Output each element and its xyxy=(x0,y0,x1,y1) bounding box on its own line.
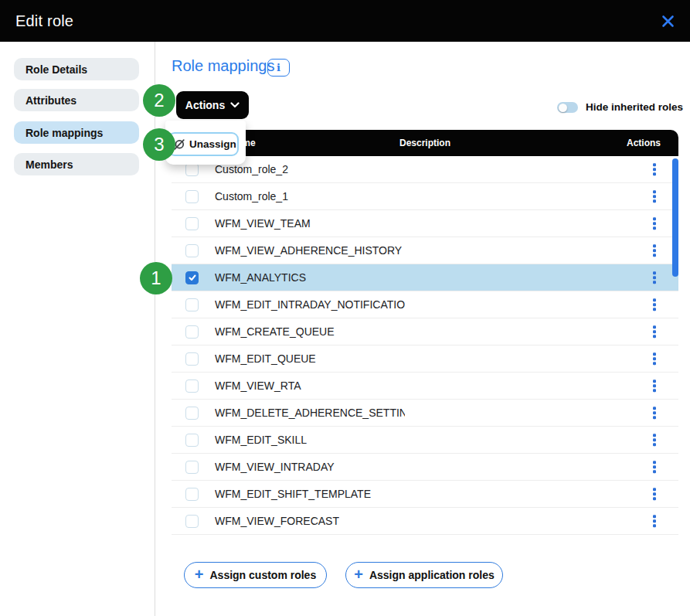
info-icon[interactable]: i xyxy=(267,59,290,77)
row-name-label: WFM_EDIT_INTRADAY_NOTIFICATION xyxy=(215,298,405,311)
row-actions-kebab-icon[interactable] xyxy=(651,485,658,502)
row-actions-kebab-icon[interactable] xyxy=(651,188,658,205)
row-checkbox[interactable] xyxy=(185,434,199,447)
table-row[interactable]: WFM_VIEW_RTA xyxy=(172,373,678,400)
row-name-label: Custom_role_1 xyxy=(215,190,288,202)
actions-button[interactable]: Actions xyxy=(176,91,249,119)
row-name-label: WFM_VIEW_INTRADAY xyxy=(215,461,335,473)
column-header-actions: Actions xyxy=(627,138,661,148)
sidebar-item-label: Role Details xyxy=(25,63,87,76)
table-row[interactable]: WFM_EDIT_INTRADAY_NOTIFICATION xyxy=(172,291,678,318)
row-checkbox[interactable] xyxy=(185,163,199,176)
annotation-step-3-badge: 3 xyxy=(143,128,175,161)
row-name-label: WFM_CREATE_QUEUE xyxy=(215,325,335,338)
table-row[interactable]: WFM_VIEW_ADHERENCE_HISTORY xyxy=(172,237,678,264)
chevron-down-icon xyxy=(230,102,240,108)
sidebar-item-role-details[interactable]: Role Details xyxy=(14,58,139,80)
row-checkbox[interactable] xyxy=(185,190,199,203)
table-row[interactable]: WFM_EDIT_SHIFT_TEMPLATE xyxy=(172,481,678,508)
row-checkbox[interactable] xyxy=(185,352,199,366)
row-actions-kebab-icon[interactable] xyxy=(651,296,658,313)
page-title: Role mappings xyxy=(172,57,274,75)
sidebar-item-role-mappings[interactable]: Role mappings xyxy=(14,121,139,144)
row-checkbox[interactable] xyxy=(185,298,199,311)
row-name-label: WFM_VIEW_TEAM xyxy=(215,217,311,230)
row-checkbox[interactable] xyxy=(185,407,199,420)
table-body: Custom_role_2Custom_role_1WFM_VIEW_TEAMW… xyxy=(172,156,678,535)
table-row[interactable]: WFM_EDIT_SKILL xyxy=(172,427,678,454)
table-row[interactable]: WFM_ANALYTICS xyxy=(172,264,678,291)
row-name-label: WFM_VIEW_ADHERENCE_HISTORY xyxy=(215,244,402,257)
row-actions-kebab-icon[interactable] xyxy=(651,242,658,259)
row-checkbox[interactable] xyxy=(185,271,199,284)
row-checkbox[interactable] xyxy=(185,461,199,474)
row-actions-kebab-icon[interactable] xyxy=(651,512,658,529)
assign-custom-roles-label: Assign custom roles xyxy=(209,569,316,581)
row-checkbox[interactable] xyxy=(185,325,199,339)
actions-button-label: Actions xyxy=(185,99,225,111)
row-actions-kebab-icon[interactable] xyxy=(651,377,658,394)
row-checkbox[interactable] xyxy=(185,488,199,501)
table-row[interactable]: WFM_VIEW_FORECAST xyxy=(172,508,678,535)
row-checkbox[interactable] xyxy=(185,379,199,393)
row-name-label: WFM_EDIT_QUEUE xyxy=(215,352,316,365)
toggle-knob xyxy=(559,104,567,112)
assign-application-roles-label: Assign application roles xyxy=(369,569,495,581)
table-row[interactable]: WFM_CREATE_QUEUE xyxy=(172,318,678,345)
dialog-header: Edit role xyxy=(0,0,690,42)
table-row[interactable]: WFM_VIEW_INTRADAY xyxy=(172,454,678,481)
unassign-label: Unassign xyxy=(189,138,236,150)
row-checkbox[interactable] xyxy=(185,217,199,230)
row-actions-kebab-icon[interactable] xyxy=(651,458,658,475)
row-actions-kebab-icon[interactable] xyxy=(651,161,658,178)
table-row[interactable]: Custom_role_2 xyxy=(172,156,678,183)
dialog-title: Edit role xyxy=(15,12,73,30)
plus-icon: + xyxy=(195,567,204,582)
row-actions-kebab-icon[interactable] xyxy=(651,269,658,286)
row-name-label: WFM_EDIT_SKILL xyxy=(215,434,307,446)
row-checkbox[interactable] xyxy=(185,515,199,528)
hide-inherited-label: Hide inherited roles xyxy=(586,101,683,113)
edit-role-dialog: Edit role Role Details Attributes Role m… xyxy=(0,0,690,616)
table-row[interactable]: WFM_VIEW_TEAM xyxy=(172,210,678,237)
row-checkbox[interactable] xyxy=(185,244,199,257)
column-header-description: Description xyxy=(172,138,678,148)
actions-dropdown-menu: Unassign xyxy=(165,121,246,165)
vertical-scrollbar-thumb[interactable] xyxy=(672,158,678,277)
assign-custom-roles-button[interactable]: + Assign custom roles xyxy=(184,562,327,588)
table-row[interactable]: Custom_role_1 xyxy=(172,183,678,210)
sidebar-item-label: Attributes xyxy=(25,94,76,107)
row-actions-kebab-icon[interactable] xyxy=(651,323,658,340)
row-name-label: Custom_role_2 xyxy=(215,163,288,175)
sidebar-item-label: Members xyxy=(25,158,73,171)
row-actions-kebab-icon[interactable] xyxy=(651,404,658,421)
row-actions-kebab-icon[interactable] xyxy=(651,350,658,367)
sidebar-item-members[interactable]: Members xyxy=(14,153,139,175)
annotation-step-1-badge: 1 xyxy=(140,262,172,294)
table-header: Name Description Actions xyxy=(172,130,678,156)
table-row[interactable]: WFM_DELETE_ADHERENCE_SETTINGS xyxy=(172,400,678,427)
row-actions-kebab-icon[interactable] xyxy=(651,431,658,448)
row-name-label: WFM_VIEW_RTA xyxy=(215,379,301,392)
row-name-label: WFM_DELETE_ADHERENCE_SETTINGS xyxy=(215,407,405,419)
row-name-label: WFM_ANALYTICS xyxy=(215,271,306,284)
row-name-label: WFM_VIEW_FORECAST xyxy=(215,515,339,527)
row-name-label: WFM_EDIT_SHIFT_TEMPLATE xyxy=(215,488,371,500)
unassign-menu-item[interactable]: Unassign xyxy=(168,132,239,156)
close-icon[interactable] xyxy=(657,10,678,32)
annotation-step-2-badge: 2 xyxy=(143,84,175,117)
sidebar-item-attributes[interactable]: Attributes xyxy=(14,89,139,111)
row-actions-kebab-icon[interactable] xyxy=(651,215,658,232)
table-row[interactable]: WFM_EDIT_QUEUE xyxy=(172,345,678,373)
sidebar-item-label: Role mappings xyxy=(25,127,103,139)
plus-icon: + xyxy=(354,567,363,582)
assign-application-roles-button[interactable]: + Assign application roles xyxy=(345,562,503,588)
hide-inherited-toggle[interactable] xyxy=(557,102,578,113)
